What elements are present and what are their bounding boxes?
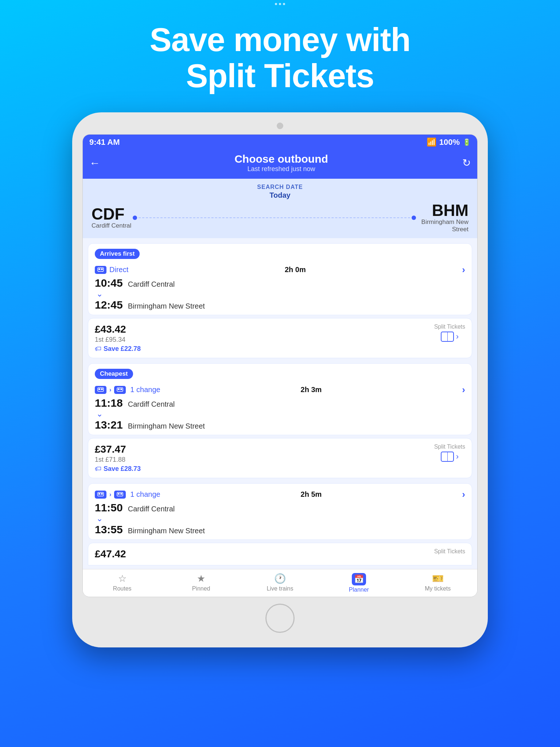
ticket-price-1: £43.42 — [95, 324, 141, 335]
journey-3[interactable]: › 1 change 2h 5m › — [88, 483, 472, 540]
headline-line1: Save money with — [149, 22, 410, 58]
journey-1-chevron[interactable]: › — [462, 264, 465, 275]
ticket-save-2: 🏷 Save £28.73 — [95, 465, 141, 473]
my-tickets-icon: 🎫 — [432, 573, 444, 584]
split-label-2: Split Tickets — [434, 444, 465, 450]
nav-routes[interactable]: ☆ Routes — [104, 573, 140, 593]
journey-2-wrapper: Cheapest › — [83, 363, 477, 478]
nav-planner-label: Planner — [349, 587, 369, 593]
battery-label: 100% — [439, 138, 460, 147]
split-tickets-1[interactable]: Split Tickets › — [434, 324, 465, 342]
journey-2-depart: 11:18 Cardiff Central — [95, 397, 465, 409]
tag-icon-2: 🏷 — [95, 465, 101, 473]
svg-rect-6 — [98, 388, 100, 390]
status-right: 📶 100% 🔋 — [427, 138, 471, 147]
split-icon-2 — [441, 452, 454, 462]
split-label-1: Split Tickets — [434, 324, 465, 330]
svg-rect-7 — [101, 388, 103, 390]
split-icon-1 — [441, 332, 454, 342]
journey-2-arrow-down: ⌄ — [95, 409, 465, 419]
nav-my-tickets-label: My tickets — [425, 585, 451, 592]
svg-rect-2 — [101, 268, 103, 270]
pinned-icon: ★ — [197, 573, 205, 584]
split-tickets-3[interactable]: Split Tickets — [434, 548, 465, 555]
svg-rect-16 — [120, 493, 122, 495]
ticket-box-3[interactable]: £47.42 Split Tickets — [88, 543, 472, 565]
svg-rect-15 — [118, 493, 120, 495]
to-code: BHM — [417, 202, 468, 218]
nav-live-trains-label: Live trains — [267, 585, 293, 592]
journey-1-depart-time: 10:45 — [95, 277, 123, 289]
tablet-home-button[interactable] — [265, 604, 295, 633]
split-label-3: Split Tickets — [434, 548, 465, 555]
journey-2-chevron[interactable]: › — [462, 384, 465, 395]
route-line — [135, 217, 414, 218]
svg-rect-12 — [98, 493, 100, 495]
to-name: Birmingham New Street — [417, 218, 468, 233]
journey-1-depart-station: Cardiff Central — [128, 280, 175, 289]
journey-2-arrive: 13:21 Birmingham New Street — [95, 419, 465, 431]
svg-rect-13 — [101, 493, 103, 495]
nav-planner[interactable]: 📅 Planner — [341, 573, 377, 593]
journey-2[interactable]: Cheapest › — [88, 363, 472, 435]
journey-2-type-row: › 1 change 2h 3m › — [88, 380, 472, 395]
headline-line2: Split Tickets — [186, 58, 374, 94]
search-date-value: Today — [269, 191, 290, 200]
ticket-save-1: 🏷 Save £22.78 — [95, 345, 141, 353]
nav-pinned[interactable]: ★ Pinned — [183, 573, 219, 593]
journey-3-chevron[interactable]: › — [462, 489, 465, 500]
tablet-screen: 9:41 AM 📶 100% 🔋 ← Choose outbound Last … — [82, 134, 478, 597]
content-area: Arrives first Direct — [83, 238, 477, 597]
header-title: Choose outbound — [234, 153, 328, 165]
journey-2-duration: 2h 3m — [301, 386, 322, 394]
bottom-nav: ☆ Routes ★ Pinned 🕐 Live trains 📅 Planne… — [83, 569, 477, 597]
split-chevron-1[interactable]: › — [456, 332, 459, 341]
ticket-box-2[interactable]: £37.47 1st £71.88 🏷 Save £28.73 Split Ti… — [88, 438, 472, 478]
back-button[interactable]: ← — [89, 157, 100, 169]
route-dot-right — [412, 216, 416, 220]
battery-icon: 🔋 — [463, 138, 471, 146]
nav-my-tickets[interactable]: 🎫 My tickets — [420, 573, 456, 593]
wifi-icon: 📶 — [427, 138, 436, 147]
routes-icon: ☆ — [118, 573, 127, 584]
route-dot-left — [133, 216, 137, 220]
ticket-price-3: £47.42 — [95, 548, 126, 560]
from-code: CDF — [92, 206, 131, 222]
journey-3-type: 1 change — [130, 490, 160, 499]
journey-1-arrow-down: ⌄ — [95, 289, 465, 299]
journey-1-header: Arrives first — [88, 244, 472, 260]
journey-2-header: Cheapest — [88, 364, 472, 380]
arrives-first-badge: Arrives first — [95, 249, 140, 259]
journey-1-depart: 10:45 Cardiff Central — [95, 277, 465, 289]
split-chevron-2[interactable]: › — [456, 452, 459, 461]
arrow-change-2: › — [109, 387, 111, 393]
tag-icon-1: 🏷 — [95, 345, 101, 353]
ticket-price-info-3: £47.42 — [95, 548, 126, 560]
refresh-button[interactable]: ↻ — [462, 157, 471, 169]
journey-1-duration: 2h 0m — [285, 266, 306, 274]
ticket-price-1st-2: 1st £71.88 — [95, 456, 141, 464]
route-row: CDF Cardiff Central BHM Birmingham New S… — [92, 202, 468, 233]
nav-live-trains[interactable]: 🕐 Live trains — [262, 573, 298, 593]
journey-3-depart-time: 11:50 — [95, 502, 123, 514]
ticket-price-info-2: £37.47 1st £71.88 🏷 Save £28.73 — [95, 444, 141, 473]
status-time: 9:41 AM — [89, 138, 120, 147]
journey-3-depart: 11:50 Cardiff Central — [95, 502, 465, 514]
route-bar: SEARCH DATE Today CDF Cardiff Central BH… — [83, 179, 477, 238]
app-header: ← Choose outbound Last refreshed just no… — [83, 149, 477, 179]
tablet-frame: 9:41 AM 📶 100% 🔋 ← Choose outbound Last … — [72, 112, 488, 647]
svg-rect-9 — [118, 388, 120, 390]
ticket-box-1[interactable]: £43.42 1st £95.34 🏷 Save £22.78 Split Ti… — [88, 318, 472, 358]
journey-3-wrapper: › 1 change 2h 5m › — [83, 483, 477, 565]
journey-2-type: 1 change — [130, 386, 160, 394]
journey-1[interactable]: Arrives first Direct — [88, 243, 472, 315]
train-icon-2b — [114, 386, 126, 394]
journey-2-arrive-time: 13:21 — [95, 419, 123, 431]
ticket-price-1st-1: 1st £95.34 — [95, 336, 141, 344]
headline: Save money with Split Tickets — [149, 22, 410, 94]
journey-1-arrive-station: Birmingham New Street — [128, 302, 205, 310]
svg-rect-10 — [120, 388, 122, 390]
from-name: Cardiff Central — [92, 222, 131, 229]
search-date-label: SEARCH DATE — [257, 184, 303, 190]
split-tickets-2[interactable]: Split Tickets › — [434, 444, 465, 462]
